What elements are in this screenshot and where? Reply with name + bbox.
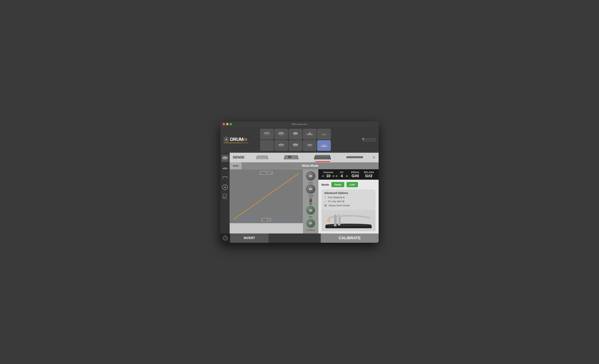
midi-dot bbox=[372, 140, 374, 142]
scrollbar[interactable] bbox=[309, 197, 312, 205]
maximize-button[interactable] bbox=[230, 123, 232, 125]
ssense-knob[interactable]: 27 bbox=[306, 219, 315, 228]
channel-label: Channel bbox=[323, 171, 333, 174]
adv-option-always-label: Always Send Closed bbox=[328, 204, 350, 207]
pedal-label: PEDAL bbox=[351, 171, 360, 174]
drum-pad-snare[interactable] bbox=[260, 129, 274, 139]
cc-label: CC bbox=[340, 171, 344, 174]
sidebar-item-assign[interactable]: A bbox=[221, 184, 229, 191]
svg-rect-49 bbox=[227, 237, 228, 237]
drum-pad-cymbal[interactable] bbox=[303, 129, 317, 139]
adv-option-cc-label: CC only with Hit bbox=[328, 200, 344, 203]
splash-label: SPLASH bbox=[364, 171, 374, 174]
pedal-mode-button[interactable]: Pedal bbox=[331, 182, 344, 187]
svg-text:PDF: PDF bbox=[223, 196, 226, 198]
gain-knob-group: 25 Gain bbox=[306, 171, 315, 184]
center-panel: SENSE bbox=[230, 153, 379, 233]
pedal-item-1[interactable] bbox=[253, 155, 272, 161]
checkbox-always-send[interactable] bbox=[324, 204, 327, 207]
svg-rect-56 bbox=[225, 240, 225, 240]
channel-group: Channel ◀ 10 ▶ bbox=[321, 171, 335, 178]
svg-rect-31 bbox=[288, 156, 291, 158]
curve-min-label: Min: 0 bbox=[261, 218, 271, 221]
sidebar-item-drum[interactable] bbox=[221, 155, 229, 162]
options-panel: Mode Pedal Link Advanced Options ✓ Fast … bbox=[318, 180, 379, 233]
svg-rect-45 bbox=[224, 237, 227, 240]
pedal-group: PEDAL G#0 bbox=[349, 171, 362, 178]
channel-next[interactable]: ▶ bbox=[333, 174, 335, 177]
link-mode-button[interactable]: Link bbox=[347, 182, 358, 187]
gain-value: 25 bbox=[309, 175, 312, 178]
drum-pad-dome[interactable] bbox=[317, 129, 331, 139]
logo-drum: DRUM bbox=[230, 137, 243, 142]
editor-section: Max: 127 Min: 0 25 Gain 60 bbox=[230, 169, 379, 233]
svg-rect-34 bbox=[346, 156, 363, 157]
cc-prev[interactable]: ◀ bbox=[335, 174, 337, 177]
pedal-item-4[interactable] bbox=[343, 156, 366, 160]
close-button[interactable] bbox=[223, 123, 225, 125]
drum-pad-snare3[interactable] bbox=[289, 129, 302, 139]
sense-label: SENSE bbox=[233, 155, 248, 160]
sidebar-item-pedal[interactable] bbox=[221, 174, 229, 181]
pedal-value: G#0 bbox=[352, 174, 359, 178]
auto-button[interactable]: Auto bbox=[230, 162, 242, 169]
calibrate-button[interactable]: CALIBRATE bbox=[321, 233, 379, 243]
drum-pad-snare4[interactable] bbox=[274, 140, 288, 151]
invert-button[interactable]: INVERT bbox=[230, 233, 269, 243]
curve-editor[interactable]: Max: 127 Min: 0 bbox=[230, 169, 303, 223]
channel-row: Channel ◀ 10 ▶ CC ◀ 4 bbox=[318, 169, 379, 180]
svg-point-2 bbox=[264, 134, 270, 135]
midi-dot bbox=[374, 138, 376, 140]
sidebar-item-pdf[interactable]: PDF bbox=[221, 193, 229, 201]
hihat-mode-label: Hihat Mode bbox=[242, 164, 379, 168]
svg-rect-32 bbox=[315, 155, 330, 156]
header: e DRUM in bbox=[220, 127, 379, 153]
sidebar-item-cymbal[interactable] bbox=[221, 164, 229, 172]
midi-dot bbox=[364, 140, 366, 142]
drum-pad-snare6[interactable] bbox=[303, 140, 317, 151]
midi-dot bbox=[370, 140, 372, 142]
logo-e: e bbox=[223, 136, 229, 142]
midi-dot bbox=[372, 138, 374, 140]
midi-dot bbox=[362, 140, 364, 142]
cc-next[interactable]: ▶ bbox=[346, 174, 348, 177]
pedal-item-2[interactable] bbox=[281, 155, 302, 161]
svg-rect-52 bbox=[224, 236, 224, 236]
gain-knob[interactable]: 25 bbox=[306, 171, 315, 181]
min-knob[interactable]: 10 bbox=[306, 206, 315, 215]
svg-point-5 bbox=[278, 134, 284, 135]
traffic-lights bbox=[223, 123, 232, 125]
midi-dot bbox=[374, 140, 376, 142]
drum-pad-snare5[interactable] bbox=[289, 140, 302, 151]
refresh-button[interactable]: ↻ bbox=[373, 155, 376, 160]
splash-value: G#2 bbox=[365, 174, 372, 178]
channel-prev[interactable]: ◀ bbox=[322, 174, 324, 177]
drum-pad-snare2[interactable] bbox=[274, 129, 288, 139]
chip-icon bbox=[222, 235, 228, 241]
xtalk-value: 60 bbox=[309, 188, 312, 190]
midi-dot bbox=[368, 138, 370, 140]
hihat-mode-bar: Auto Hihat Mode bbox=[230, 162, 379, 169]
ssense-value: 27 bbox=[309, 222, 312, 225]
midi-indicator bbox=[362, 138, 376, 142]
svg-rect-54 bbox=[226, 236, 226, 236]
main-window: MIDI Expression e DRUM in bbox=[220, 121, 379, 243]
right-panel: Channel ◀ 10 ▶ CC ◀ 4 bbox=[318, 169, 379, 233]
pedal-item-3[interactable] bbox=[311, 155, 335, 161]
svg-point-39 bbox=[325, 224, 372, 226]
xtalk-knob[interactable]: 60 bbox=[306, 185, 315, 194]
drum-pad-hihat[interactable] bbox=[317, 140, 331, 151]
svg-rect-43 bbox=[338, 214, 340, 225]
svg-rect-12 bbox=[265, 144, 269, 146]
svg-rect-46 bbox=[223, 237, 223, 237]
svg-rect-42 bbox=[334, 215, 336, 226]
svg-point-23 bbox=[321, 144, 327, 146]
title-bar: MIDI Expression bbox=[220, 121, 379, 127]
svg-rect-33 bbox=[346, 157, 363, 158]
drum-pad-kick[interactable] bbox=[260, 140, 274, 151]
xtalk-label: xTalk bbox=[308, 195, 313, 197]
adv-option-fast-stepping: ✓ Fast stepping fix bbox=[324, 196, 373, 199]
svg-point-28 bbox=[222, 168, 228, 169]
minimize-button[interactable] bbox=[226, 123, 229, 125]
min-knob-group: 10 Min bbox=[306, 206, 315, 218]
